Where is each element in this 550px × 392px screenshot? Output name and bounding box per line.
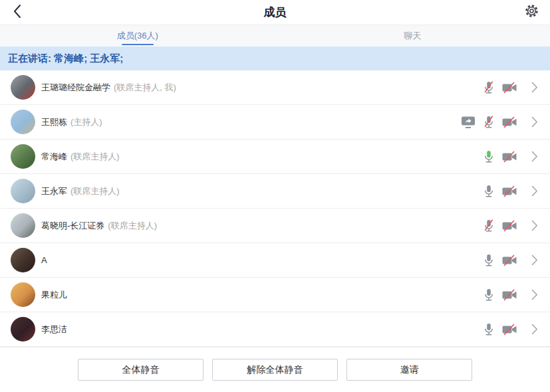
member-role: (主持人) xyxy=(70,116,102,128)
header: 成员 xyxy=(0,0,550,25)
member-name: A xyxy=(41,255,47,265)
page-title: 成员 xyxy=(264,5,287,20)
member-row[interactable]: 葛晓明-长江证券 (联席主持人) xyxy=(0,209,550,243)
member-role: (联席主持人, 我) xyxy=(114,82,176,94)
camera-off-icon xyxy=(501,289,517,301)
member-avatar xyxy=(11,213,35,238)
camera-off-icon xyxy=(501,254,517,266)
mic-icon xyxy=(482,322,495,337)
back-chevron-icon xyxy=(13,4,21,21)
mic-icon xyxy=(482,288,495,302)
member-row[interactable]: A xyxy=(0,243,550,278)
member-name: 葛晓明-长江证券 xyxy=(41,220,104,232)
back-button[interactable] xyxy=(5,0,28,25)
mic-icon xyxy=(482,149,495,164)
member-name: 王熙栋 xyxy=(41,116,67,128)
chevron-right-icon xyxy=(531,220,538,231)
member-avatar xyxy=(11,282,35,307)
member-avatar xyxy=(11,110,35,134)
chevron-right-icon xyxy=(531,254,538,266)
chevron-right-icon xyxy=(531,82,538,93)
chevron-right-icon xyxy=(531,151,538,162)
mic-icon xyxy=(482,219,495,233)
member-name: 王永军 xyxy=(41,185,67,197)
member-name: 果粒儿 xyxy=(41,289,67,301)
settings-button[interactable] xyxy=(519,0,543,25)
tab-bar: 成员(36人) 聊天 xyxy=(0,25,550,47)
mute-all-button[interactable]: 全体静音 xyxy=(78,359,204,381)
mic-icon xyxy=(482,184,495,199)
camera-off-icon xyxy=(501,185,517,197)
member-avatar xyxy=(11,179,35,203)
member-avatar xyxy=(11,75,35,100)
screen-share-icon xyxy=(460,116,476,129)
mic-icon xyxy=(482,253,495,268)
tab-members[interactable]: 成员(36人) xyxy=(0,25,275,47)
chevron-right-icon xyxy=(531,324,538,335)
speaking-banner: 正在讲话: 常海峰; 王永军; xyxy=(0,47,550,70)
chevron-right-icon xyxy=(531,185,538,197)
chevron-right-icon xyxy=(531,289,538,300)
footer-bar: 全体静音 解除全体静音 邀请 xyxy=(0,347,550,392)
tab-chat[interactable]: 聊天 xyxy=(275,25,550,47)
tab-members-label: 成员(36人) xyxy=(117,30,158,42)
member-row[interactable]: 常海峰 (联席主持人) xyxy=(0,140,550,174)
camera-off-icon xyxy=(501,82,517,94)
chevron-right-icon xyxy=(531,116,538,128)
camera-off-icon xyxy=(501,220,517,232)
gear-icon xyxy=(524,3,539,21)
member-name: 王璐璐经院金融学 xyxy=(41,82,110,94)
camera-off-icon xyxy=(501,324,517,336)
invite-button[interactable]: 邀请 xyxy=(346,359,472,381)
member-avatar xyxy=(11,144,35,169)
member-list: 王璐璐经院金融学 (联席主持人, 我) xyxy=(0,70,550,347)
camera-off-icon xyxy=(501,116,517,128)
tab-chat-label: 聊天 xyxy=(404,30,421,42)
member-row[interactable]: 王永军 (联席主持人) xyxy=(0,174,550,209)
member-row[interactable]: 果粒儿 xyxy=(0,278,550,312)
member-name: 李思洁 xyxy=(41,324,67,336)
mic-icon xyxy=(482,115,495,130)
member-row[interactable]: 王熙栋 (主持人) xyxy=(0,105,550,140)
tab-active-underline xyxy=(122,44,154,45)
unmute-all-button[interactable]: 解除全体静音 xyxy=(212,359,338,381)
speaking-banner-text: 正在讲话: 常海峰; 王永军; xyxy=(8,52,123,65)
member-row[interactable]: 李思洁 xyxy=(0,312,550,347)
mic-icon xyxy=(482,80,495,95)
member-role: (联席主持人) xyxy=(70,151,120,163)
member-avatar xyxy=(11,317,35,342)
member-name: 常海峰 xyxy=(41,151,67,163)
member-avatar xyxy=(11,248,35,272)
member-row[interactable]: 王璐璐经院金融学 (联席主持人, 我) xyxy=(0,70,550,105)
member-role: (联席主持人) xyxy=(108,220,157,232)
camera-off-icon xyxy=(501,151,517,163)
member-role: (联席主持人) xyxy=(70,185,120,197)
